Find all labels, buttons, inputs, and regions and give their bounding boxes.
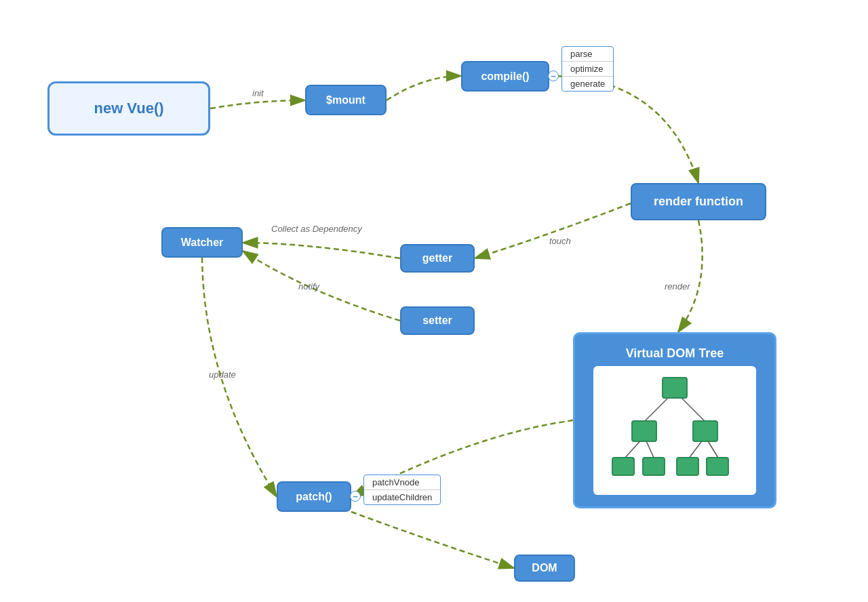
dom-node: DOM [514,555,575,582]
svg-rect-8 [632,421,656,441]
svg-rect-10 [612,458,634,475]
compile-label: compile() [481,71,529,83]
watcher-label: Watcher [181,237,224,249]
tree-svg [600,371,749,489]
compile-node: compile() [461,61,549,92]
render-function-label: render function [654,195,743,209]
patch-menu: patchVnode updateChildren [363,475,441,505]
new-vue-node: new Vue() [47,81,210,136]
compile-minus-badge: − [548,71,559,81]
label-render: render [665,281,690,292]
svg-rect-7 [663,378,687,398]
patch-minus-badge: − [350,491,361,502]
patch-node: patch() [277,481,351,512]
label-notify: notify [298,281,319,292]
mount-label: $mount [326,94,366,106]
svg-rect-12 [677,458,698,475]
label-init: init [252,88,264,98]
compile-optimize: optimize [562,62,613,77]
svg-rect-13 [707,458,728,475]
dom-label: DOM [532,562,557,574]
vdom-label: Virtual DOM Tree [626,346,724,361]
patch-label: patch() [296,491,332,503]
compile-menu: parse optimize generate [561,46,614,92]
vdom-node: Virtual DOM Tree [573,332,776,508]
label-update: update [209,369,236,380]
svg-rect-11 [643,458,665,475]
compile-parse: parse [562,47,613,62]
patch-vnode: patchVnode [364,475,440,490]
new-vue-label: new Vue() [94,100,163,117]
setter-label: setter [422,315,452,327]
setter-node: setter [400,306,475,335]
mount-node: $mount [305,85,387,115]
getter-node: getter [400,244,475,273]
compile-generate: generate [562,77,613,91]
label-collect-dep: Collect as Dependency [271,224,362,234]
watcher-node: Watcher [161,227,243,258]
label-touch: touch [549,236,571,246]
update-children: updateChildren [364,490,440,504]
render-function-node: render function [631,183,766,220]
getter-label: getter [422,252,452,264]
svg-rect-9 [693,421,717,441]
